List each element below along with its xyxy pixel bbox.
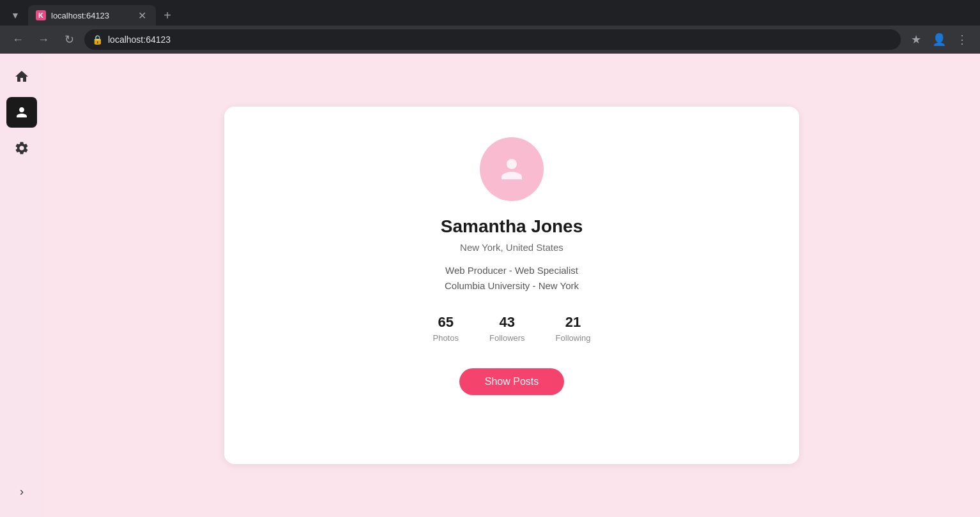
university: Columbia University - New York <box>445 280 579 291</box>
reload-button[interactable]: ↻ <box>59 29 79 50</box>
photos-stat: 65 Photos <box>433 314 458 343</box>
forward-button[interactable]: → <box>33 29 54 50</box>
followers-label: Followers <box>489 333 525 343</box>
tab-list-button[interactable]: ▼ <box>5 5 26 26</box>
bookmark-button[interactable]: ★ <box>906 29 926 50</box>
back-button[interactable]: ← <box>8 29 28 50</box>
following-stat: 21 Following <box>556 314 591 343</box>
following-count: 21 <box>565 314 581 331</box>
address-bar[interactable]: 🔒 localhost:64123 <box>84 29 901 50</box>
job-title: Web Producer - Web Specialist <box>445 265 578 276</box>
profile-card: Samantha Jones New York, United States W… <box>224 107 799 464</box>
main-content: Samantha Jones New York, United States W… <box>43 54 980 517</box>
tab-title: localhost:64123 <box>51 11 130 20</box>
address-text: localhost:64123 <box>108 34 171 45</box>
new-tab-button[interactable]: + <box>158 6 176 24</box>
tab-close-button[interactable]: ✕ <box>135 9 148 22</box>
tab-bar: ▼ K localhost:64123 ✕ + <box>0 0 980 26</box>
show-posts-button[interactable]: Show Posts <box>459 368 564 395</box>
profile-location: New York, United States <box>460 242 563 253</box>
avatar <box>480 137 544 201</box>
followers-stat: 43 Followers <box>489 314 525 343</box>
photos-count: 65 <box>438 314 453 331</box>
photos-label: Photos <box>433 333 458 343</box>
sidebar-expand-button[interactable]: › <box>6 476 37 507</box>
account-button[interactable]: 👤 <box>929 29 949 50</box>
following-label: Following <box>556 333 591 343</box>
nav-bar: ← → ↻ 🔒 localhost:64123 ★ 👤 ⋮ <box>0 26 980 54</box>
app-layout: › Samantha Jones New York, United States… <box>0 54 980 517</box>
sidebar: › <box>0 54 43 517</box>
sidebar-item-profile[interactable] <box>6 97 37 128</box>
sidebar-item-home[interactable] <box>6 61 37 92</box>
nav-right-buttons: ★ 👤 ⋮ <box>906 29 972 50</box>
browser-chrome: ▼ K localhost:64123 ✕ + ← → ↻ 🔒 localhos… <box>0 0 980 54</box>
profile-job: Web Producer - Web Specialist Columbia U… <box>445 263 579 294</box>
stats-row: 65 Photos 43 Followers 21 Following <box>433 314 590 343</box>
sidebar-item-settings[interactable] <box>6 133 37 163</box>
active-tab[interactable]: K localhost:64123 ✕ <box>28 5 156 26</box>
lock-icon: 🔒 <box>92 34 103 45</box>
tab-favicon-icon: K <box>36 10 46 20</box>
menu-button[interactable]: ⋮ <box>952 29 972 50</box>
profile-name: Samantha Jones <box>441 216 583 237</box>
avatar-icon <box>496 154 527 184</box>
followers-count: 43 <box>500 314 515 331</box>
